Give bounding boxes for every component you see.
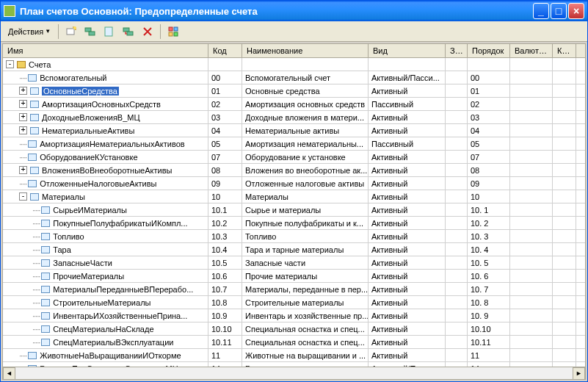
row-name: Вспомогательный — [40, 73, 106, 82]
table-row[interactable]: ·····ЖивотныеНаВыращиванииИОткорме11Живо… — [3, 349, 585, 362]
minimize-button[interactable]: _ — [533, 3, 549, 19]
table-row[interactable]: ·····СтроительныеМатериалы10.8Строительн… — [3, 296, 585, 309]
table-row[interactable]: ·····ПрочиеМатериалы10.6Прочие материалы… — [3, 270, 585, 283]
cell — [446, 230, 468, 242]
cell: Строительные материалы — [242, 296, 369, 309]
tree-toggle-icon[interactable]: + — [19, 87, 27, 95]
tree-root-row[interactable]: - Счета — [3, 58, 585, 71]
table-row[interactable]: ·····ИнвентарьИХозяйственныеПрина...10.9… — [3, 309, 585, 322]
table-row[interactable]: ·····Тара10.4Тара и тарные материалыАкти… — [3, 243, 585, 256]
scroll-left-button[interactable]: ◄ — [3, 367, 15, 380]
svg-rect-3 — [89, 32, 95, 35]
table-row[interactable]: ·····АмортизацияНематериальныхАктивов05А… — [3, 137, 585, 151]
scroll-right-button[interactable]: ► — [573, 367, 585, 380]
cell: 08 — [208, 164, 242, 176]
cell — [553, 230, 576, 242]
delete-icon[interactable] — [139, 24, 156, 40]
cell: Активный — [369, 84, 446, 97]
cell: 11 — [208, 349, 242, 361]
actions-menu[interactable]: Действия ▼ — [5, 26, 54, 37]
horizontal-scrollbar[interactable]: ◄ ► — [3, 367, 585, 379]
scroll-track[interactable] — [15, 367, 573, 379]
cell — [510, 177, 553, 190]
table-row[interactable]: +ВложенияВоВнеоборотныеАктивы08Вложения … — [3, 164, 585, 177]
table-row[interactable]: ·····ОтложенныеНалоговыеАктивы09Отложенн… — [3, 177, 585, 190]
tree-toggle-icon[interactable]: + — [19, 113, 27, 121]
table-row[interactable]: -Материалы10МатериалыАктивный10 — [3, 190, 585, 203]
cell — [553, 137, 576, 150]
cell: 10. 9 — [468, 309, 510, 322]
tree-toggle-icon[interactable]: - — [6, 60, 14, 68]
cell — [553, 84, 576, 97]
column-header-type[interactable]: Вид — [369, 44, 446, 57]
grid-body[interactable]: - Счета ·····Вспомогательный00Вспомогате… — [3, 58, 585, 367]
account-icon — [28, 140, 37, 148]
table-row[interactable]: ·····Топливо10.3ТопливоАктивный10. 3 — [3, 230, 585, 243]
cell: 10. 6 — [468, 270, 510, 282]
cell — [553, 151, 576, 163]
cell — [446, 177, 468, 190]
column-header-order[interactable]: Порядок — [468, 44, 510, 57]
table-row[interactable]: ·····ПокупныеПолуфабрикатыИКомпл...10.2П… — [3, 217, 585, 230]
cell — [446, 283, 468, 295]
cell: Тара и тарные материалы — [242, 243, 369, 256]
cell: 11 — [468, 349, 510, 361]
cell — [553, 217, 576, 229]
cell: 05 — [468, 137, 510, 150]
tree-toggle-icon[interactable]: + — [19, 166, 27, 174]
folder-icon — [17, 61, 26, 68]
move-level-icon[interactable] — [120, 24, 137, 40]
table-row[interactable]: ·····СырьеИМатериалы10.1Сырье и материал… — [3, 203, 585, 217]
tree-toggle-icon[interactable]: + — [19, 100, 27, 108]
column-header-balance[interactable]: За... — [446, 44, 468, 57]
close-button[interactable]: × — [568, 3, 584, 19]
title-bar[interactable]: План счетов Основной: Предопределенные с… — [1, 1, 587, 21]
cell: 03 — [468, 111, 510, 123]
row-name: ОтложенныеНалоговыеАктивы — [40, 179, 156, 188]
cell — [553, 309, 576, 322]
cell — [510, 164, 553, 176]
table-row[interactable]: ·····СпецМатериалыВЭксплуатации10.11Спец… — [3, 336, 585, 349]
cell — [553, 256, 576, 269]
cell — [446, 336, 468, 348]
tree-toggle-icon[interactable]: + — [19, 126, 27, 134]
edit-icon[interactable] — [101, 24, 117, 40]
cell: 10. 5 — [468, 256, 510, 269]
table-row[interactable]: +АмортизацияОсновныхСредств02Амортизация… — [3, 98, 585, 111]
column-header-currency[interactable]: Валютный — [510, 44, 553, 57]
tree-toggle-icon[interactable]: - — [19, 192, 27, 201]
table-row[interactable]: ·····МатериалыПереданныеВПерерабо...10.7… — [3, 283, 585, 296]
column-header-qty[interactable]: Кол... — [553, 44, 576, 57]
table-row[interactable]: +ДоходныеВложенияВ_МЦ03Доходные вложения… — [3, 111, 585, 124]
account-icon — [41, 299, 50, 306]
account-icon — [41, 273, 50, 280]
cell: Специальная оснастка и спец... — [242, 322, 369, 335]
cell — [510, 111, 553, 123]
column-header-code[interactable]: Код — [208, 44, 242, 57]
table-row[interactable]: +ОсновныеСредства01Основные средстваАкти… — [3, 84, 585, 98]
column-header-name[interactable]: Имя — [3, 44, 208, 57]
properties-icon[interactable] — [165, 24, 181, 40]
column-header-desc[interactable]: Наименование — [242, 44, 369, 57]
cell — [510, 322, 553, 335]
table-row[interactable]: ·····Вспомогательный00Вспомогательный сч… — [3, 71, 585, 84]
table-row[interactable]: ·····СпецМатериалыНаСкладе10.10Специальн… — [3, 322, 585, 336]
new-item-icon[interactable] — [63, 24, 79, 40]
table-row[interactable]: ·····ЗапасныеЧасти10.5Запасные частиАкти… — [3, 256, 585, 270]
cell — [510, 124, 553, 137]
add-sub-icon[interactable] — [82, 24, 98, 40]
account-icon — [41, 259, 50, 267]
table-row[interactable]: ·····ОборудованиеКУстановке07Оборудовани… — [3, 151, 585, 164]
maximize-button[interactable]: □ — [551, 3, 567, 19]
svg-rect-10 — [174, 32, 178, 36]
cell: 10.10 — [468, 322, 510, 335]
cell: Амортизация основных средств — [242, 98, 369, 110]
row-name: АмортизацияНематериальныхАктивов — [40, 140, 184, 148]
table-row[interactable]: +НематериальныеАктивы04Нематериальные ак… — [3, 124, 585, 137]
cell: Топливо — [242, 230, 369, 242]
account-icon — [41, 286, 50, 293]
window-title: План счетов Основной: Предопределенные с… — [20, 6, 531, 17]
cell: 08 — [468, 164, 510, 176]
row-name: ОсновныеСредства — [42, 87, 119, 96]
cell — [510, 190, 553, 203]
